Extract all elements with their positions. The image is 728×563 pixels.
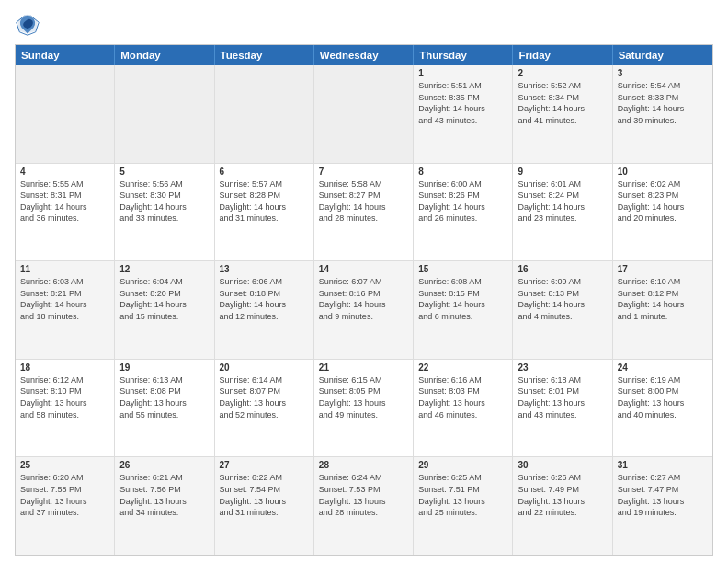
cal-cell: 10Sunrise: 6:02 AM Sunset: 8:23 PM Dayli… — [613, 164, 712, 261]
cal-cell: 7Sunrise: 5:58 AM Sunset: 8:27 PM Daylig… — [314, 164, 414, 261]
cal-cell: 1Sunrise: 5:51 AM Sunset: 8:35 PM Daylig… — [414, 65, 513, 163]
day-info: Sunrise: 6:04 AM Sunset: 8:20 PM Dayligh… — [119, 276, 209, 322]
cal-cell: 4Sunrise: 5:55 AM Sunset: 8:31 PM Daylig… — [16, 164, 115, 261]
logo — [15, 11, 44, 37]
cal-cell: 6Sunrise: 5:57 AM Sunset: 8:28 PM Daylig… — [215, 164, 314, 261]
day-number: 12 — [119, 264, 209, 274]
cal-cell: 22Sunrise: 6:16 AM Sunset: 8:03 PM Dayli… — [414, 360, 513, 457]
day-number: 16 — [518, 264, 607, 274]
calendar-header: SundayMondayTuesdayWednesdayThursdayFrid… — [16, 45, 712, 65]
day-info: Sunrise: 5:51 AM Sunset: 8:35 PM Dayligh… — [418, 80, 507, 126]
day-info: Sunrise: 6:15 AM Sunset: 8:05 PM Dayligh… — [319, 374, 408, 420]
cal-cell: 24Sunrise: 6:19 AM Sunset: 8:00 PM Dayli… — [613, 360, 712, 457]
cal-cell: 12Sunrise: 6:04 AM Sunset: 8:20 PM Dayli… — [115, 261, 214, 359]
day-info: Sunrise: 6:09 AM Sunset: 8:13 PM Dayligh… — [518, 276, 607, 322]
day-number: 13 — [220, 264, 309, 274]
day-number: 17 — [618, 264, 708, 274]
cal-cell: 15Sunrise: 6:08 AM Sunset: 8:15 PM Dayli… — [414, 261, 513, 359]
cal-header-cell: Saturday — [613, 45, 712, 65]
day-info: Sunrise: 6:27 AM Sunset: 7:47 PM Dayligh… — [618, 472, 708, 518]
cal-cell: 26Sunrise: 6:21 AM Sunset: 7:56 PM Dayli… — [115, 457, 214, 555]
cal-cell: 14Sunrise: 6:07 AM Sunset: 8:16 PM Dayli… — [314, 261, 414, 359]
day-number: 19 — [119, 362, 209, 373]
cal-cell: 30Sunrise: 6:26 AM Sunset: 7:49 PM Dayli… — [513, 457, 612, 555]
cal-row: 11Sunrise: 6:03 AM Sunset: 8:21 PM Dayli… — [16, 261, 712, 360]
day-number: 21 — [319, 362, 408, 373]
day-info: Sunrise: 5:56 AM Sunset: 8:30 PM Dayligh… — [119, 178, 209, 224]
calendar-body: 1Sunrise: 5:51 AM Sunset: 8:35 PM Daylig… — [16, 65, 712, 555]
day-info: Sunrise: 6:07 AM Sunset: 8:16 PM Dayligh… — [319, 276, 408, 322]
day-info: Sunrise: 6:00 AM Sunset: 8:26 PM Dayligh… — [418, 178, 507, 224]
cal-cell: 13Sunrise: 6:06 AM Sunset: 8:18 PM Dayli… — [215, 261, 314, 359]
day-info: Sunrise: 6:21 AM Sunset: 7:56 PM Dayligh… — [119, 472, 209, 518]
cal-header-cell: Sunday — [16, 45, 115, 65]
cal-cell: 17Sunrise: 6:10 AM Sunset: 8:12 PM Dayli… — [613, 261, 712, 359]
cal-header-cell: Thursday — [414, 45, 513, 65]
cal-cell: 29Sunrise: 6:25 AM Sunset: 7:51 PM Dayli… — [414, 457, 513, 555]
cal-cell: 27Sunrise: 6:22 AM Sunset: 7:54 PM Dayli… — [215, 457, 314, 555]
cal-cell: 8Sunrise: 6:00 AM Sunset: 8:26 PM Daylig… — [414, 164, 513, 261]
day-info: Sunrise: 6:01 AM Sunset: 8:24 PM Dayligh… — [518, 178, 607, 224]
cal-cell: 19Sunrise: 6:13 AM Sunset: 8:08 PM Dayli… — [115, 360, 214, 457]
day-number: 27 — [220, 460, 309, 470]
day-info: Sunrise: 5:57 AM Sunset: 8:28 PM Dayligh… — [220, 178, 309, 224]
cal-cell — [16, 65, 115, 163]
day-info: Sunrise: 6:19 AM Sunset: 8:00 PM Dayligh… — [618, 374, 708, 420]
day-number: 25 — [20, 460, 109, 470]
day-number: 7 — [319, 167, 408, 177]
day-info: Sunrise: 6:14 AM Sunset: 8:07 PM Dayligh… — [220, 374, 309, 420]
day-info: Sunrise: 6:20 AM Sunset: 7:58 PM Dayligh… — [20, 472, 109, 518]
cal-row: 25Sunrise: 6:20 AM Sunset: 7:58 PM Dayli… — [16, 457, 712, 555]
header — [15, 11, 713, 37]
day-info: Sunrise: 6:10 AM Sunset: 8:12 PM Dayligh… — [618, 276, 708, 322]
day-info: Sunrise: 6:03 AM Sunset: 8:21 PM Dayligh… — [20, 276, 109, 322]
cal-cell — [215, 65, 314, 163]
cal-cell: 20Sunrise: 6:14 AM Sunset: 8:07 PM Dayli… — [215, 360, 314, 457]
cal-cell: 5Sunrise: 5:56 AM Sunset: 8:30 PM Daylig… — [115, 164, 214, 261]
day-number: 29 — [418, 460, 507, 470]
day-info: Sunrise: 6:06 AM Sunset: 8:18 PM Dayligh… — [220, 276, 309, 322]
day-number: 31 — [618, 460, 708, 470]
day-number: 23 — [518, 362, 607, 373]
day-number: 28 — [319, 460, 408, 470]
cal-cell: 16Sunrise: 6:09 AM Sunset: 8:13 PM Dayli… — [513, 261, 612, 359]
cal-cell: 9Sunrise: 6:01 AM Sunset: 8:24 PM Daylig… — [513, 164, 612, 261]
cal-cell: 2Sunrise: 5:52 AM Sunset: 8:34 PM Daylig… — [513, 65, 612, 163]
calendar: SundayMondayTuesdayWednesdayThursdayFrid… — [15, 44, 713, 556]
day-number: 9 — [518, 167, 607, 177]
cal-cell: 21Sunrise: 6:15 AM Sunset: 8:05 PM Dayli… — [314, 360, 414, 457]
day-number: 6 — [220, 167, 309, 177]
cal-header-cell: Wednesday — [314, 45, 414, 65]
cal-cell: 31Sunrise: 6:27 AM Sunset: 7:47 PM Dayli… — [613, 457, 712, 555]
cal-header-cell: Friday — [513, 45, 612, 65]
day-info: Sunrise: 6:02 AM Sunset: 8:23 PM Dayligh… — [618, 178, 708, 224]
cal-cell: 11Sunrise: 6:03 AM Sunset: 8:21 PM Dayli… — [16, 261, 115, 359]
day-info: Sunrise: 6:24 AM Sunset: 7:53 PM Dayligh… — [319, 472, 408, 518]
day-number: 10 — [618, 167, 708, 177]
day-number: 20 — [220, 362, 309, 373]
day-info: Sunrise: 5:52 AM Sunset: 8:34 PM Dayligh… — [518, 80, 607, 126]
day-info: Sunrise: 5:54 AM Sunset: 8:33 PM Dayligh… — [618, 80, 708, 126]
day-number: 3 — [618, 68, 708, 78]
day-number: 26 — [119, 460, 209, 470]
day-number: 15 — [418, 264, 507, 274]
cal-cell — [115, 65, 214, 163]
day-number: 2 — [518, 68, 607, 78]
day-info: Sunrise: 6:25 AM Sunset: 7:51 PM Dayligh… — [418, 472, 507, 518]
cal-cell: 18Sunrise: 6:12 AM Sunset: 8:10 PM Dayli… — [16, 360, 115, 457]
cal-row: 18Sunrise: 6:12 AM Sunset: 8:10 PM Dayli… — [16, 360, 712, 458]
day-info: Sunrise: 6:16 AM Sunset: 8:03 PM Dayligh… — [418, 374, 507, 420]
day-number: 30 — [518, 460, 607, 470]
cal-cell: 23Sunrise: 6:18 AM Sunset: 8:01 PM Dayli… — [513, 360, 612, 457]
cal-cell — [314, 65, 414, 163]
logo-icon — [15, 11, 40, 37]
day-number: 4 — [20, 167, 109, 177]
day-info: Sunrise: 6:12 AM Sunset: 8:10 PM Dayligh… — [20, 374, 109, 420]
day-info: Sunrise: 6:22 AM Sunset: 7:54 PM Dayligh… — [220, 472, 309, 518]
day-number: 18 — [20, 362, 109, 373]
day-number: 22 — [418, 362, 507, 373]
day-number: 24 — [618, 362, 708, 373]
day-number: 5 — [119, 167, 209, 177]
day-info: Sunrise: 5:58 AM Sunset: 8:27 PM Dayligh… — [319, 178, 408, 224]
day-number: 11 — [20, 264, 109, 274]
